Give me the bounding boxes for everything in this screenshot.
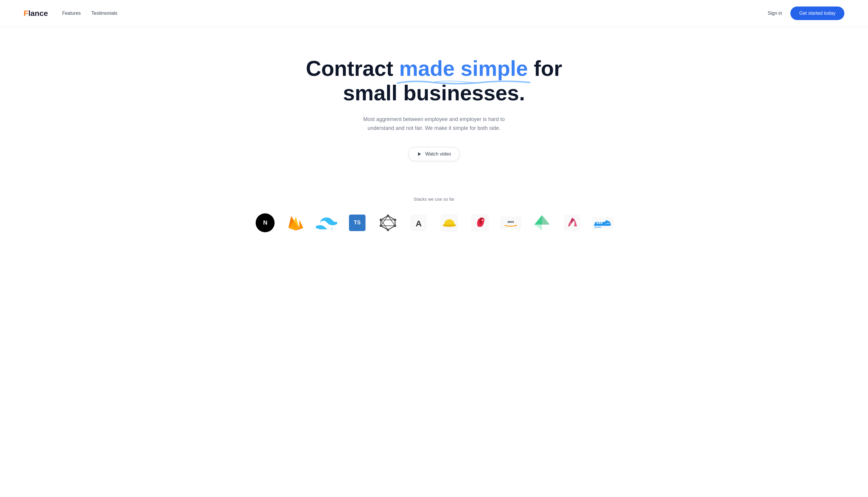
svg-text:aws: aws — [507, 219, 514, 224]
nav-left: Flance Features Testimonials — [24, 9, 117, 18]
nav-link-testimonials[interactable]: Testimonials — [92, 11, 117, 16]
svg-rect-25 — [599, 222, 601, 224]
stack-docker: docker — [592, 212, 614, 233]
navbar: Flance Features Testimonials Sign in Get… — [0, 0, 868, 27]
svg-text:docker: docker — [594, 226, 601, 228]
svg-rect-27 — [599, 221, 601, 222]
hero-subtitle: Most aggrement between employee and empl… — [351, 115, 517, 133]
nav-right: Sign in Get started today — [768, 6, 844, 20]
stack-sentry — [562, 212, 583, 233]
stack-graphql — [377, 212, 398, 233]
nav-link-features[interactable]: Features — [62, 11, 81, 16]
typescript-icon: TS — [349, 215, 365, 231]
logo-text: lance — [28, 9, 48, 18]
play-icon — [417, 152, 422, 157]
features-link[interactable]: Features — [62, 11, 81, 16]
logo-f: F — [24, 9, 28, 18]
stack-ably: A — [408, 212, 429, 233]
hero-title: Contract made simple for small businesse… — [301, 56, 567, 105]
stack-aws: aws — [500, 212, 521, 233]
graphql-icon — [380, 215, 396, 231]
tailwind-icon — [316, 216, 337, 229]
stack-supabase — [531, 212, 552, 233]
hero-title-highlight: made simple — [399, 56, 528, 81]
watch-video-button[interactable]: Watch video — [408, 147, 459, 161]
get-started-button[interactable]: Get started today — [790, 6, 844, 20]
stacks-label: Stacks we use so far — [18, 197, 850, 202]
hero-title-part1: Contract — [306, 57, 399, 80]
hardhat-icon — [440, 214, 458, 232]
stack-firebase — [285, 212, 306, 233]
stacks-row: N TS — [18, 212, 850, 233]
logo[interactable]: Flance — [24, 9, 48, 18]
ably-icon: A — [410, 215, 427, 231]
stack-nextjs: N — [254, 212, 276, 233]
svg-rect-22 — [564, 215, 580, 231]
stack-tailwind — [316, 212, 337, 233]
nextjs-icon: N — [256, 213, 275, 232]
svg-rect-24 — [597, 222, 598, 224]
sentry-icon — [564, 215, 580, 231]
svg-rect-17 — [443, 225, 456, 226]
svg-line-11 — [388, 226, 395, 230]
firebase-icon — [288, 213, 304, 232]
highlight-underline — [396, 80, 531, 85]
docker-icon: docker — [592, 215, 614, 231]
stack-hardhat — [439, 212, 460, 233]
svg-rect-28 — [601, 221, 603, 222]
sign-in-link[interactable]: Sign in — [768, 11, 782, 16]
stacks-section: Stacks we use so far N — [0, 185, 868, 251]
svg-text:A: A — [416, 219, 422, 228]
nestjs-icon — [471, 214, 489, 232]
nav-links: Features Testimonials — [62, 11, 117, 16]
supabase-icon — [534, 215, 549, 231]
stack-typescript: TS — [347, 212, 368, 233]
stack-nestjs — [470, 212, 491, 233]
play-triangle — [418, 152, 421, 156]
svg-line-9 — [381, 220, 388, 230]
hero-section: Contract made simple for small businesse… — [0, 27, 868, 185]
svg-line-10 — [381, 216, 388, 226]
watch-video-label: Watch video — [425, 152, 451, 157]
aws-icon: aws — [500, 216, 521, 230]
svg-line-7 — [388, 216, 395, 226]
testimonials-link[interactable]: Testimonials — [92, 11, 117, 16]
svg-rect-26 — [601, 222, 603, 224]
